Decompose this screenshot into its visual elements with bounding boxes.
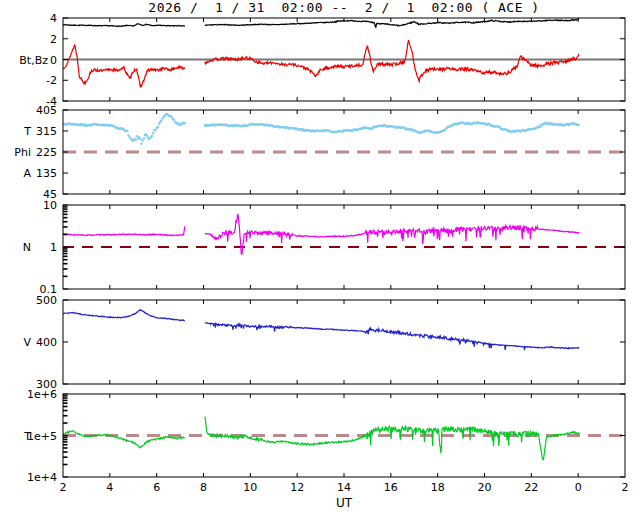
speed-frame: [63, 300, 625, 384]
temperature-ytick-label: 1e+6: [27, 388, 57, 401]
phi-angle-axis-label: Phi: [14, 146, 31, 159]
density-ytick-label: 1: [50, 241, 57, 254]
magnetic-field-ytick-label: 0: [50, 54, 57, 67]
bz-trace: [63, 40, 579, 87]
x-tick-label: 0: [575, 481, 582, 494]
phi-angle-ytick-label: 225: [36, 146, 57, 159]
x-tick-label: 8: [200, 481, 207, 494]
density-axis-label: N: [23, 241, 31, 254]
x-tick-label: 12: [290, 481, 304, 494]
speed-ytick-label: 400: [36, 336, 57, 349]
temperature-axis-label: T: [23, 430, 31, 443]
x-tick-label: 16: [384, 481, 398, 494]
x-tick-label: 14: [337, 481, 351, 494]
phi-trace: [62, 113, 580, 145]
chart-canvas: 420-2-4Bt,Bz40531522513545TPhiA1010.1N50…: [0, 0, 640, 512]
phi-angle-ytick-label: 135: [36, 167, 57, 180]
temperature-ytick-label: 1e+4: [27, 471, 57, 484]
density-ytick-label: 10: [43, 199, 57, 212]
x-tick-label: 20: [478, 481, 492, 494]
temperature-ytick-label: 1e+5: [27, 430, 57, 443]
phi-angle-axis-label: T: [23, 125, 31, 138]
speed-axis-label: V: [23, 336, 31, 349]
speed-ytick-label: 500: [36, 294, 57, 307]
t-trace: [63, 417, 579, 460]
magnetic-field-ytick-label: 2: [50, 33, 57, 46]
x-tick-label: 6: [153, 481, 160, 494]
phi-angle-axis-label: A: [23, 167, 31, 180]
x-tick-label: 4: [106, 481, 113, 494]
ace-solar-wind-plot: 2026 / 1 / 31 02:00 -- 2 / 1 02:00 ( ACE…: [0, 0, 640, 512]
x-axis-label: UT: [63, 496, 625, 510]
x-tick-label: 2: [60, 481, 67, 494]
phi-angle-ytick-label: 315: [36, 125, 57, 138]
x-tick-label: 22: [524, 481, 538, 494]
x-tick-label: 18: [431, 481, 445, 494]
magnetic-field-ytick-label: 4: [50, 12, 57, 25]
magnetic-field-ytick-label: -2: [46, 74, 57, 87]
magnetic-field-axis-label: Bt,Bz: [19, 54, 48, 67]
bt-trace: [63, 19, 579, 27]
n-trace: [63, 214, 579, 255]
x-tick-label: 10: [243, 481, 257, 494]
phi-angle-ytick-label: 405: [36, 104, 57, 117]
x-tick-label: 2: [622, 481, 629, 494]
v-trace: [63, 310, 579, 351]
